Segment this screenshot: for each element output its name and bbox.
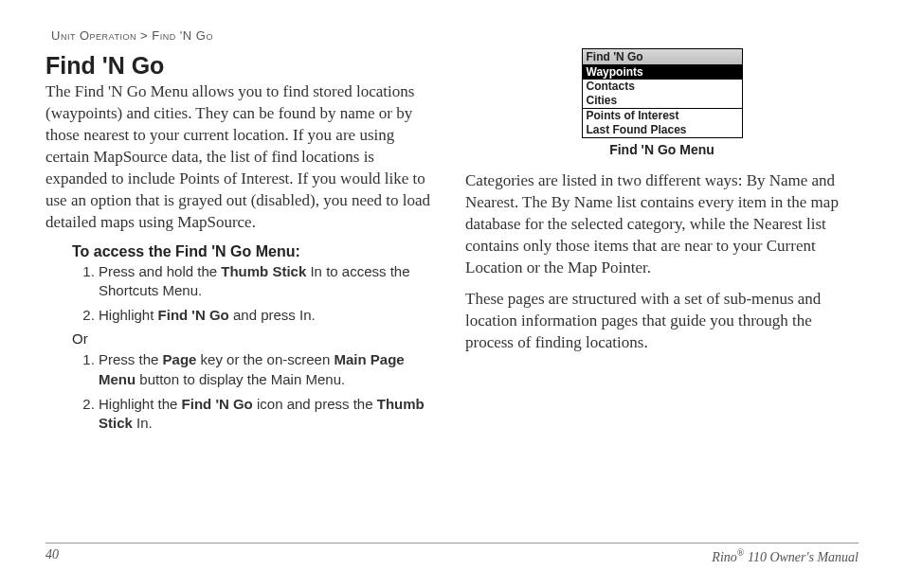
paragraph-structure: These pages are structured with a set of… (465, 289, 859, 354)
page-number: 40 (45, 547, 59, 565)
device-menu-item-waypoints: Waypoints (583, 65, 742, 80)
left-column: Find 'N Go The Find 'N Go Menu allows yo… (45, 48, 439, 438)
paragraph-categories: Categories are listed in two different w… (465, 170, 859, 279)
steps-list-b: Press the Page key or the on-screen Main… (72, 350, 439, 433)
breadcrumb-sep: > (140, 28, 148, 43)
figure: Find 'N Go Waypoints Contacts Cities Poi… (465, 48, 859, 157)
step-a2: Highlight Find 'N Go and press In. (99, 306, 439, 325)
device-menu-item-lastfound: Last Found Places (583, 123, 742, 137)
device-menu: Find 'N Go Waypoints Contacts Cities Poi… (582, 48, 743, 138)
device-menu-item-cities: Cities (583, 94, 742, 108)
page-title: Find 'N Go (45, 52, 439, 80)
breadcrumb: Unit Operation > Find 'N Go (51, 28, 859, 43)
figure-caption: Find 'N Go Menu (465, 142, 859, 157)
instructions-heading: To access the Find 'N Go Menu: (72, 243, 439, 260)
step-b2: Highlight the Find 'N Go icon and press … (99, 395, 439, 434)
breadcrumb-page: Find 'N Go (152, 28, 213, 43)
device-menu-item-poi: Points of Interest (583, 109, 742, 123)
breadcrumb-section: Unit Operation (51, 28, 136, 43)
or-divider: Or (72, 330, 439, 347)
step-a1: Press and hold the Thumb Stick In to acc… (99, 262, 439, 301)
device-menu-item-contacts: Contacts (583, 80, 742, 94)
step-b1: Press the Page key or the on-screen Main… (99, 350, 439, 389)
device-menu-group-1: Waypoints Contacts Cities (583, 65, 742, 109)
page-footer: 40 Rino® 110 Owner's Manual (45, 543, 859, 565)
device-menu-group-2: Points of Interest Last Found Places (583, 109, 742, 137)
manual-title: Rino® 110 Owner's Manual (712, 547, 859, 565)
right-column: Find 'N Go Waypoints Contacts Cities Poi… (465, 48, 859, 364)
instructions-block: To access the Find 'N Go Menu: Press and… (72, 243, 439, 434)
device-menu-title: Find 'N Go (583, 49, 742, 65)
intro-paragraph: The Find 'N Go Menu allows you to find s… (45, 81, 439, 234)
steps-list-a: Press and hold the Thumb Stick In to acc… (72, 262, 439, 326)
